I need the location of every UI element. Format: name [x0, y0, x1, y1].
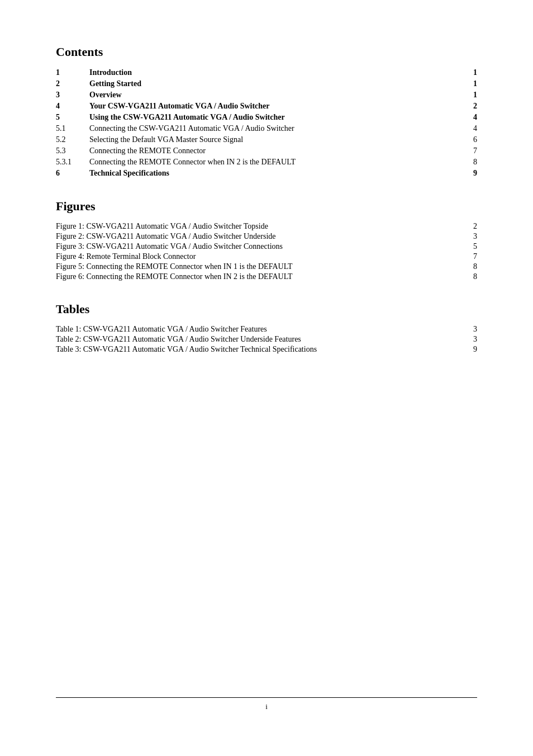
toc-entry-page: 1 — [455, 78, 477, 89]
toc-row: 2Getting Started1 — [56, 78, 477, 89]
figure-title: Figure 2: CSW-VGA211 Automatic VGA / Aud… — [56, 231, 455, 242]
toc-entry-page: 6 — [455, 134, 477, 145]
contents-title: Contents — [56, 45, 477, 59]
toc-entry-title: Connecting the REMOTE Connector — [89, 145, 455, 157]
toc-row: 5Using the CSW-VGA211 Automatic VGA / Au… — [56, 112, 477, 123]
toc-entry-page: 1 — [455, 67, 477, 78]
footer-page-number: i — [265, 702, 268, 711]
figure-page: 5 — [455, 242, 477, 252]
toc-table: 1Introduction12Getting Started13Overview… — [56, 67, 477, 179]
figures-table: Figure 1: CSW-VGA211 Automatic VGA / Aud… — [56, 221, 477, 282]
figure-row: Figure 5: Connecting the REMOTE Connecto… — [56, 262, 477, 272]
tables-table: Table 1: CSW-VGA211 Automatic VGA / Audi… — [56, 324, 477, 355]
table-entry-title: Table 1: CSW-VGA211 Automatic VGA / Audi… — [56, 324, 455, 334]
toc-entry-title: Using the CSW-VGA211 Automatic VGA / Aud… — [89, 112, 455, 123]
toc-num: 5.1 — [56, 123, 89, 134]
table-row: Table 3: CSW-VGA211 Automatic VGA / Audi… — [56, 344, 477, 355]
table-entry-page: 9 — [455, 344, 477, 355]
figure-row: Figure 3: CSW-VGA211 Automatic VGA / Aud… — [56, 242, 477, 252]
figure-title: Figure 6: Connecting the REMOTE Connecto… — [56, 272, 455, 282]
toc-entry-title: Technical Specifications — [89, 168, 455, 179]
tables-title: Tables — [56, 302, 477, 316]
figures-section: Figures Figure 1: CSW-VGA211 Automatic V… — [56, 199, 477, 282]
figure-row: Figure 2: CSW-VGA211 Automatic VGA / Aud… — [56, 231, 477, 242]
figures-title: Figures — [56, 199, 477, 214]
toc-row: 5.1Connecting the CSW-VGA211 Automatic V… — [56, 123, 477, 134]
table-row: Table 2: CSW-VGA211 Automatic VGA / Audi… — [56, 334, 477, 344]
figure-page: 7 — [455, 252, 477, 262]
figure-row: Figure 6: Connecting the REMOTE Connecto… — [56, 272, 477, 282]
toc-num: 5.3.1 — [56, 157, 89, 168]
toc-row: 1Introduction1 — [56, 67, 477, 78]
toc-row: 4Your CSW-VGA211 Automatic VGA / Audio S… — [56, 101, 477, 112]
figure-page: 2 — [455, 221, 477, 231]
toc-row: 5.2Selecting the Default VGA Master Sour… — [56, 134, 477, 145]
toc-entry-page: 4 — [455, 112, 477, 123]
toc-entry-page: 2 — [455, 101, 477, 112]
table-entry-page: 3 — [455, 334, 477, 344]
contents-section: Contents 1Introduction12Getting Started1… — [56, 45, 477, 199]
toc-num: 5.3 — [56, 145, 89, 157]
figure-title: Figure 3: CSW-VGA211 Automatic VGA / Aud… — [56, 242, 455, 252]
table-entry-page: 3 — [455, 324, 477, 334]
toc-row: 6Technical Specifications9 — [56, 168, 477, 179]
page: Contents 1Introduction12Getting Started1… — [0, 0, 533, 756]
figure-page: 3 — [455, 231, 477, 242]
figure-row: Figure 1: CSW-VGA211 Automatic VGA / Aud… — [56, 221, 477, 231]
toc-entry-title: Your CSW-VGA211 Automatic VGA / Audio Sw… — [89, 101, 455, 112]
figure-title: Figure 1: CSW-VGA211 Automatic VGA / Aud… — [56, 221, 455, 231]
toc-num: 6 — [56, 168, 89, 179]
toc-entry-title: Selecting the Default VGA Master Source … — [89, 134, 455, 145]
toc-entry-page: 1 — [455, 89, 477, 101]
figure-title: Figure 5: Connecting the REMOTE Connecto… — [56, 262, 455, 272]
footer: i — [56, 697, 477, 722]
toc-entry-title: Getting Started — [89, 78, 455, 89]
table-row: Table 1: CSW-VGA211 Automatic VGA / Audi… — [56, 324, 477, 334]
toc-row: 5.3.1Connecting the REMOTE Connector whe… — [56, 157, 477, 168]
toc-entry-title: Connecting the CSW-VGA211 Automatic VGA … — [89, 123, 455, 134]
toc-entry-title: Overview — [89, 89, 455, 101]
toc-row: 3Overview1 — [56, 89, 477, 101]
figure-row: Figure 4: Remote Terminal Block Connecto… — [56, 252, 477, 262]
toc-num: 2 — [56, 78, 89, 89]
table-entry-title: Table 3: CSW-VGA211 Automatic VGA / Audi… — [56, 344, 455, 355]
figure-title: Figure 4: Remote Terminal Block Connecto… — [56, 252, 455, 262]
toc-entry-page: 9 — [455, 168, 477, 179]
figure-page: 8 — [455, 272, 477, 282]
toc-row: 5.3Connecting the REMOTE Connector7 — [56, 145, 477, 157]
toc-num: 5.2 — [56, 134, 89, 145]
toc-num: 4 — [56, 101, 89, 112]
figure-page: 8 — [455, 262, 477, 272]
toc-entry-page: 4 — [455, 123, 477, 134]
toc-num: 5 — [56, 112, 89, 123]
toc-entry-page: 7 — [455, 145, 477, 157]
table-entry-title: Table 2: CSW-VGA211 Automatic VGA / Audi… — [56, 334, 455, 344]
toc-num: 3 — [56, 89, 89, 101]
toc-entry-page: 8 — [455, 157, 477, 168]
toc-num: 1 — [56, 67, 89, 78]
toc-entry-title: Connecting the REMOTE Connector when IN … — [89, 157, 455, 168]
toc-entry-title: Introduction — [89, 67, 455, 78]
tables-section: Tables Table 1: CSW-VGA211 Automatic VGA… — [56, 302, 477, 355]
